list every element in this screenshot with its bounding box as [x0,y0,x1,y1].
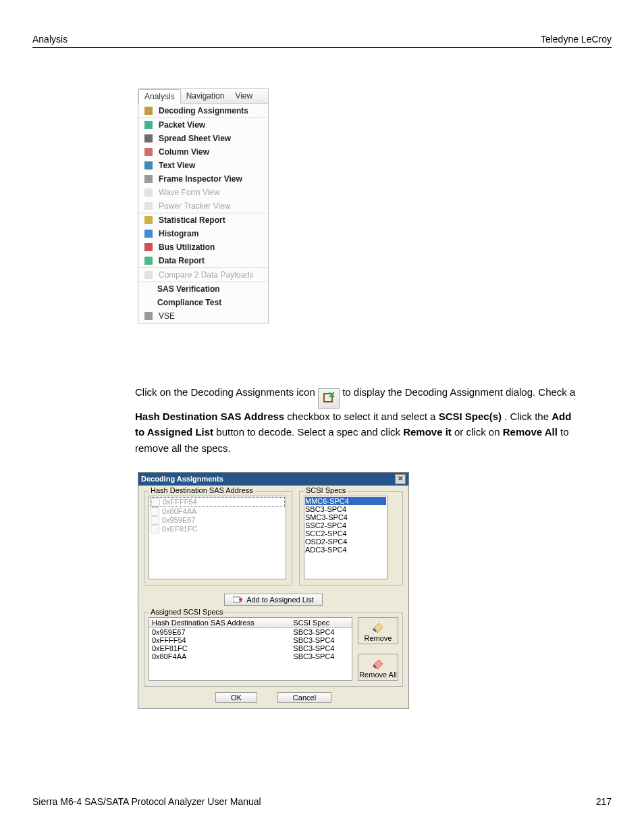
scsi-spec-item[interactable]: SMC3-SPC4 [305,513,386,521]
hash-checkbox[interactable] [151,498,160,506]
hash-value: 0x959E67 [162,516,196,524]
assigned-spec: SBC3-SPC4 [290,627,352,636]
menu-item-label: Bus Utilization [159,242,215,252]
menu-item[interactable]: Histogram [138,227,268,240]
svg-rect-7 [144,202,153,210]
text: . Click the [504,411,552,422]
menu-item[interactable]: Data Report [138,254,268,267]
hash-value: 0x80F4AA [162,507,196,515]
instruction-paragraph: Click on the Decoding Assignments icon t… [135,384,581,456]
menu-icon [144,215,153,225]
add-button-label: Add to Assigned List [246,596,314,604]
text-bold: Remove it [403,426,452,438]
svg-rect-10 [144,243,153,251]
assigned-row[interactable]: 0xFFFF54SBC3-SPC4 [149,636,352,644]
hash-checkbox[interactable] [151,525,159,533]
scsi-spec-item[interactable]: SBC3-SPC4 [305,505,386,513]
text-bold: Hash Destination SAS Address [135,411,284,422]
col-scsi-spec: SCSI Spec [290,618,352,628]
analysis-menu: Analysis Navigation View Decoding Assign… [138,88,269,323]
assigned-addr: 0x80F4AA [149,652,290,660]
add-icon [233,596,242,604]
assigned-legend: Assigned SCSI Specs [149,608,225,616]
menu-item-label: VSE [159,311,175,321]
hash-legend: Hash Destination SAS Address [149,486,255,494]
assigned-row[interactable]: 0xEF81FCSBC3-SPC4 [149,644,352,652]
footer-page-number: 217 [596,796,612,807]
header-left: Analysis [32,34,68,45]
menu-item-label: Statistical Report [159,215,225,225]
menu-item-label: Power Tracker View [159,201,230,211]
assigned-addr: 0xEF81FC [149,644,290,652]
dialog-title: Decoding Assignments [141,475,223,483]
menu-item[interactable]: Statistical Report [138,213,268,227]
menu-item: Power Tracker View [138,199,268,213]
menu-item[interactable]: Decoding Assignments [138,104,268,118]
svg-rect-11 [144,257,153,265]
menu-icon [144,134,153,143]
text: Click on the Decoding Assignments icon [135,386,318,398]
hash-checkbox[interactable] [151,507,159,516]
menu-item-label: Frame Inspector View [159,174,242,184]
tab-analysis[interactable]: Analysis [138,89,181,104]
assigned-addr: 0xFFFF54 [149,636,290,644]
hash-address-item[interactable]: 0xFFFF54 [150,497,285,507]
decoding-assignments-icon [318,388,340,409]
svg-rect-12 [144,271,153,279]
menu-item[interactable]: Column View [138,145,268,159]
menu-item: Compare 2 Data Payloads [138,268,268,282]
header-right: Teledyne LeCroy [541,34,612,45]
menu-item-label: SAS Verification [157,284,220,294]
svg-rect-0 [144,107,153,115]
scsi-specs-list[interactable]: MMC6-SPC4SBC3-SPC4SMC3-SPC4SSC2-SPC4SCC2… [304,496,387,579]
hash-address-item[interactable]: 0x80F4AA [150,507,285,516]
svg-rect-9 [144,230,153,238]
menu-item[interactable]: Text View [138,159,268,172]
scsi-spec-item[interactable]: SSC2-SPC4 [305,521,386,529]
page-header: Analysis Teledyne LeCroy [32,34,612,48]
menu-item[interactable]: Spread Sheet View [138,132,268,145]
menu-item-label: Wave Form View [159,188,220,197]
remove-button[interactable]: Remove [358,617,398,644]
svg-rect-6 [144,188,153,197]
scsi-spec-item[interactable]: OSD2-SPC4 [305,538,386,546]
scsi-spec-item[interactable]: ADC3-SPC4 [305,546,386,554]
hash-address-item[interactable]: 0x959E67 [150,516,285,525]
assigned-spec: SBC3-SPC4 [290,644,352,652]
menu-icon [144,106,153,115]
eraser-icon [371,619,385,633]
menu-item[interactable]: Packet View [138,118,268,132]
svg-rect-8 [144,216,153,224]
hash-address-item[interactable]: 0xEF81FC [150,525,285,533]
tab-navigation[interactable]: Navigation [181,89,230,103]
assigned-row[interactable]: 0x80F4AASBC3-SPC4 [149,652,352,660]
menu-item[interactable]: Bus Utilization [138,240,268,254]
assigned-row[interactable]: 0x959E67SBC3-SPC4 [149,627,352,636]
hash-address-list[interactable]: 0xFFFF540x80F4AA0x959E670xEF81FC [149,496,286,579]
scsi-spec-item[interactable]: MMC6-SPC4 [305,497,386,505]
eraser-all-icon [371,656,385,669]
close-icon[interactable]: ✕ [395,474,406,484]
menu-icon [144,270,153,280]
menu-item[interactable]: SAS Verification [138,282,268,296]
tab-view[interactable]: View [230,89,258,103]
remove-label: Remove [365,634,392,642]
menu-icon [144,120,153,130]
assigned-spec: SBC3-SPC4 [290,652,352,660]
scsi-spec-item[interactable]: SCC2-SPC4 [305,529,386,538]
remove-all-button[interactable]: Remove All [358,654,398,681]
menu-icon [144,201,153,211]
menu-icon [144,188,153,197]
assigned-specs-table[interactable]: Hash Destination SAS Address SCSI Spec 0… [149,617,352,681]
ok-button[interactable]: OK [215,692,257,703]
menu-item-label: Compare 2 Data Payloads [159,270,254,280]
text: or click on [454,426,503,438]
menu-item[interactable]: VSE [138,309,268,323]
add-to-assigned-button[interactable]: Add to Assigned List [224,594,323,606]
text-bold: SCSI Spec(s) [439,411,502,422]
menu-item[interactable]: Frame Inspector View [138,172,268,186]
menu-icon [144,147,153,157]
cancel-button[interactable]: Cancel [277,692,331,703]
hash-checkbox[interactable] [151,516,159,525]
menu-item[interactable]: Compliance Test [138,296,268,309]
